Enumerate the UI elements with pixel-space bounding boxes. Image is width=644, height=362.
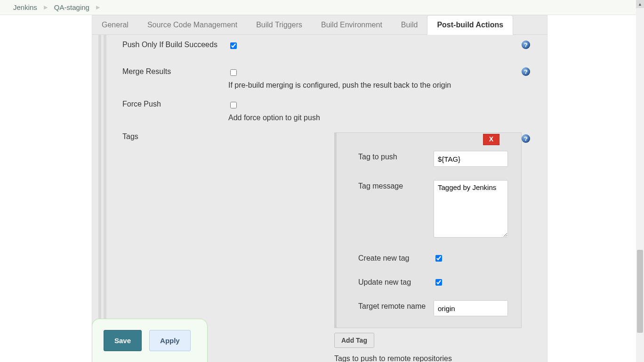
tags-description: Tags to push to remote repositories <box>334 354 522 362</box>
label-create-new-tag: Create new tag <box>358 252 434 263</box>
config-tabs: General Source Code Management Build Tri… <box>92 15 547 35</box>
checkbox-force-push[interactable] <box>230 102 237 108</box>
remove-tag-button[interactable]: X <box>483 134 499 145</box>
checkbox-merge-results[interactable] <box>230 69 237 76</box>
chevron-right-icon: ▶ <box>91 4 105 10</box>
tab-triggers[interactable]: Build Triggers <box>247 16 312 34</box>
label-merge-results: Merge Results <box>122 67 228 76</box>
tab-scm[interactable]: Source Code Management <box>138 16 247 34</box>
label-push-only-succeed: Push Only If Build Succeeds <box>122 41 228 49</box>
tab-post-build[interactable]: Post-build Actions <box>427 15 513 35</box>
apply-button[interactable]: Apply <box>149 330 191 351</box>
label-force-push: Force Push <box>122 100 228 108</box>
checkbox-push-only-succeed[interactable] <box>230 42 237 49</box>
label-tags: Tags <box>122 132 228 141</box>
help-icon[interactable]: ? <box>522 41 530 49</box>
label-target-remote: Target remote name <box>358 300 434 311</box>
tab-general[interactable]: General <box>92 16 138 34</box>
section-gutter <box>104 35 106 362</box>
checkbox-update-new-tag[interactable] <box>435 279 442 286</box>
save-button[interactable]: Save <box>104 330 142 351</box>
tag-to-push-input[interactable] <box>434 151 508 167</box>
tab-build[interactable]: Build <box>392 16 427 34</box>
merge-results-description: If pre-build merging is configured, push… <box>228 81 530 90</box>
label-update-new-tag: Update new tag <box>358 276 434 287</box>
tab-env[interactable]: Build Environment <box>312 16 392 34</box>
chevron-right-icon: ▶ <box>39 4 52 10</box>
scroll-up-icon[interactable]: ▲ <box>636 0 644 8</box>
label-tag-to-push: Tag to push <box>358 151 434 161</box>
browser-scrollbar[interactable]: ▲ <box>636 0 644 362</box>
breadcrumb-job[interactable]: QA-staging <box>52 3 91 11</box>
tag-message-textarea[interactable] <box>434 180 508 238</box>
target-remote-input[interactable] <box>434 300 508 316</box>
help-icon[interactable]: ? <box>522 134 530 143</box>
bottom-action-bar: Save Apply <box>92 319 208 362</box>
label-tag-message: Tag message <box>358 180 434 190</box>
section-gutter <box>98 35 101 362</box>
breadcrumb: Jenkins ▶ QA-staging ▶ <box>0 0 644 15</box>
force-push-description: Add force option to git push <box>228 114 530 122</box>
tag-block: X Tag to push Tag message <box>334 132 522 328</box>
breadcrumb-root[interactable]: Jenkins <box>11 3 39 11</box>
add-tag-button[interactable]: Add Tag <box>334 333 374 348</box>
scrollbar-thumb[interactable] <box>637 250 643 333</box>
checkbox-create-new-tag[interactable] <box>435 255 442 262</box>
help-icon[interactable]: ? <box>522 67 530 76</box>
